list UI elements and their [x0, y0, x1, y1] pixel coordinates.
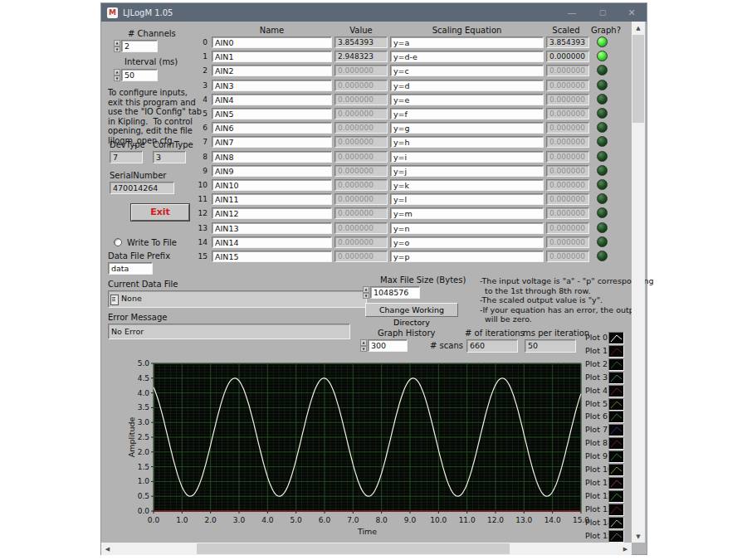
graph-led[interactable]	[597, 122, 608, 133]
horizontal-scrollbar[interactable]: ◀ ▶	[101, 543, 632, 555]
graph-led[interactable]	[597, 193, 608, 204]
name-input[interactable]: AIN14	[212, 236, 332, 248]
scroll-left-icon[interactable]: ◀	[101, 543, 114, 555]
legend-sample-icon[interactable]	[608, 477, 624, 489]
equation-input[interactable]: y=h	[390, 136, 544, 148]
graph-led[interactable]	[597, 207, 608, 218]
equation-input[interactable]: y=i	[390, 151, 544, 163]
legend-sample-icon[interactable]	[608, 398, 624, 411]
graph-led[interactable]	[597, 179, 608, 190]
legend-sample-icon[interactable]	[608, 490, 624, 503]
name-input[interactable]: AIN2	[212, 65, 332, 76]
scroll-up-icon[interactable]: ▲	[632, 22, 645, 34]
legend-sample-icon[interactable]	[608, 504, 624, 516]
prefix-input[interactable]: data	[108, 262, 153, 275]
legend-sample-icon[interactable]	[608, 385, 624, 397]
legend-sample-icon[interactable]	[608, 345, 624, 358]
vertical-scroll-thumb[interactable]	[632, 35, 644, 123]
equation-input[interactable]: y=p	[390, 251, 544, 262]
equation-input[interactable]: y=a	[390, 37, 544, 48]
graph-led[interactable]	[597, 236, 608, 247]
graph-history-stepper[interactable]: ▲▼	[360, 339, 367, 352]
equation-input[interactable]: y=m	[390, 207, 544, 219]
equation-input[interactable]: y=e	[390, 94, 544, 105]
graph-led[interactable]	[597, 165, 608, 176]
legend-label: Plot 0	[585, 333, 608, 342]
minimize-icon[interactable]: —	[558, 3, 586, 22]
current-file-field[interactable]: None	[108, 290, 367, 308]
path-browse-icon[interactable]	[110, 295, 119, 305]
channels-input[interactable]: 2	[121, 40, 158, 52]
equation-input[interactable]: y=o	[390, 236, 544, 248]
equation-input[interactable]: y=k	[390, 179, 544, 191]
interval-stepper[interactable]: ▲▼	[114, 69, 120, 81]
legend-sample-icon[interactable]	[608, 437, 624, 450]
svg-text:6.0: 6.0	[319, 516, 331, 524]
scaled-field: 0.000000	[546, 207, 589, 219]
equation-input[interactable]: y=d	[390, 80, 544, 91]
equation-input[interactable]: y=f	[390, 108, 544, 119]
scroll-right-icon[interactable]: ▶	[619, 543, 632, 555]
legend-sample-icon[interactable]	[608, 411, 624, 423]
graph-led[interactable]	[597, 136, 608, 147]
legend-sample-icon[interactable]	[608, 530, 624, 543]
graph-led[interactable]	[597, 251, 608, 261]
graph-led[interactable]	[597, 65, 608, 75]
vertical-scrollbar[interactable]: ▲ ▼	[632, 22, 645, 543]
equation-input[interactable]: y=j	[390, 165, 544, 177]
name-input[interactable]: AIN3	[212, 80, 332, 91]
name-input[interactable]: AIN9	[212, 165, 332, 177]
value-field: 0.000000	[334, 193, 388, 205]
name-input[interactable]: AIN13	[212, 222, 332, 234]
graph-led[interactable]	[597, 222, 608, 233]
change-directory-button[interactable]: Change Working Directory	[365, 303, 458, 317]
write-to-file-radio[interactable]	[114, 238, 122, 246]
name-input[interactable]: AIN7	[212, 136, 332, 148]
equation-input[interactable]: y=n	[390, 222, 544, 234]
legend-sample-icon[interactable]	[608, 424, 624, 436]
graph-led[interactable]	[597, 80, 608, 90]
legend-sample-icon[interactable]	[608, 450, 624, 463]
channels-stepper[interactable]: ▲▼	[114, 40, 120, 52]
name-input[interactable]: AIN1	[212, 51, 332, 62]
max-file-input[interactable]: 1048576	[370, 286, 420, 299]
close-icon[interactable]: ✕	[618, 3, 646, 22]
title-bar[interactable]: M LJLogM 1.05 — ▢ ✕	[101, 3, 647, 22]
legend-sample-icon[interactable]	[608, 464, 624, 476]
exit-button[interactable]: Exit	[131, 204, 189, 221]
scans-label: # scans	[430, 341, 463, 350]
name-input[interactable]: AIN8	[212, 151, 332, 163]
equation-input[interactable]: y=d-e	[390, 51, 544, 62]
graph-led[interactable]	[597, 37, 608, 47]
legend-sample-icon[interactable]	[608, 332, 624, 344]
name-input[interactable]: AIN4	[212, 94, 332, 105]
horizontal-scroll-thumb[interactable]	[197, 543, 510, 554]
row-index: 1	[191, 52, 208, 61]
scroll-down-icon[interactable]: ▼	[632, 530, 645, 543]
name-input[interactable]: AIN5	[212, 108, 332, 119]
name-input[interactable]: AIN15	[212, 251, 332, 262]
equation-input[interactable]: y=l	[390, 193, 544, 205]
legend-sample-icon[interactable]	[608, 358, 624, 371]
interval-input[interactable]: 50	[121, 69, 158, 81]
equation-input[interactable]: y=c	[390, 65, 544, 76]
graph-led[interactable]	[597, 151, 608, 162]
equation-input[interactable]: y=g	[390, 122, 544, 134]
legend-sample-icon[interactable]	[608, 372, 624, 384]
legend-sample-icon[interactable]	[608, 517, 624, 529]
max-file-stepper[interactable]: ▲▼	[363, 286, 369, 299]
graph-led[interactable]	[597, 108, 608, 119]
row-index: 4	[191, 95, 208, 104]
maximize-icon[interactable]: ▢	[588, 3, 617, 22]
scaled-field: 0.000000	[546, 65, 589, 76]
row-index: 9	[191, 167, 208, 175]
name-input[interactable]: AIN10	[212, 179, 332, 191]
name-input[interactable]: AIN0	[212, 37, 332, 48]
graph-led[interactable]	[597, 51, 608, 61]
value-field: 3.854393	[334, 37, 388, 48]
graph-led[interactable]	[597, 94, 608, 105]
graph-history-input[interactable]: 300	[368, 339, 408, 352]
name-input[interactable]: AIN12	[212, 207, 332, 219]
name-input[interactable]: AIN6	[212, 122, 332, 134]
name-input[interactable]: AIN11	[212, 193, 332, 205]
